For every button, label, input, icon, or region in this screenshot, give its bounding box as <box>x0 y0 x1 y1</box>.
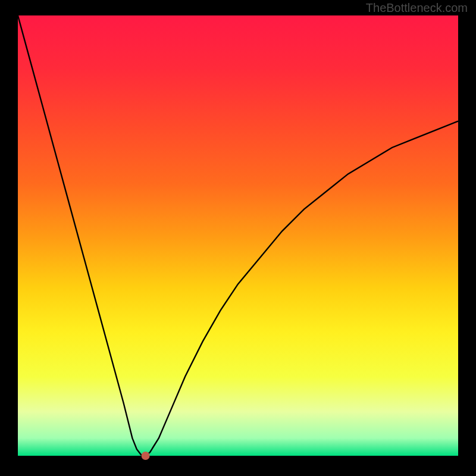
chart-frame: TheBottleneck.com <box>0 0 476 476</box>
bottleneck-chart <box>0 0 476 476</box>
watermark-text: TheBottleneck.com <box>366 1 468 15</box>
optimal-point-marker <box>142 452 150 460</box>
plot-background <box>18 15 458 456</box>
